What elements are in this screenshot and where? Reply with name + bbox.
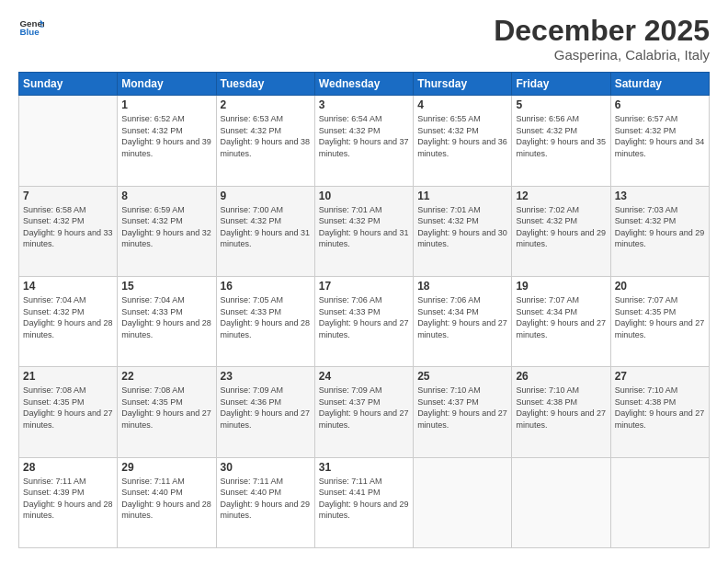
col-saturday: Saturday <box>610 73 709 96</box>
day-number: 22 <box>121 370 211 383</box>
day-number: 27 <box>615 370 705 383</box>
calendar-cell: 16 Sunrise: 7:05 AMSunset: 4:33 PMDaylig… <box>216 276 314 366</box>
col-wednesday: Wednesday <box>314 73 413 96</box>
day-info: Sunrise: 6:57 AMSunset: 4:32 PMDaylight:… <box>615 114 705 158</box>
day-number: 10 <box>319 190 409 202</box>
calendar-cell: 4 Sunrise: 6:55 AMSunset: 4:32 PMDayligh… <box>414 96 512 186</box>
calendar-cell: 9 Sunrise: 7:00 AMSunset: 4:32 PMDayligh… <box>216 186 314 276</box>
title-block: December 2025 Gasperina, Calabria, Italy <box>494 15 710 63</box>
day-number: 7 <box>23 190 113 202</box>
day-info: Sunrise: 7:11 AMSunset: 4:40 PMDaylight:… <box>221 477 311 521</box>
col-friday: Friday <box>512 73 610 96</box>
day-number: 4 <box>417 98 507 111</box>
calendar-cell: 11 Sunrise: 7:01 AMSunset: 4:32 PMDaylig… <box>414 186 512 276</box>
day-number: 3 <box>319 98 409 111</box>
day-number: 6 <box>615 98 705 111</box>
day-number: 1 <box>121 98 211 111</box>
calendar-cell: 15 Sunrise: 7:04 AMSunset: 4:33 PMDaylig… <box>118 276 216 366</box>
day-info: Sunrise: 7:00 AMSunset: 4:32 PMDaylight:… <box>221 205 311 249</box>
calendar-cell: 29 Sunrise: 7:11 AMSunset: 4:40 PMDaylig… <box>118 457 216 547</box>
calendar-cell: 3 Sunrise: 6:54 AMSunset: 4:32 PMDayligh… <box>314 96 413 186</box>
day-info: Sunrise: 6:55 AMSunset: 4:32 PMDaylight:… <box>417 114 507 158</box>
day-info: Sunrise: 6:59 AMSunset: 4:32 PMDaylight:… <box>121 205 211 249</box>
day-info: Sunrise: 7:02 AMSunset: 4:32 PMDaylight:… <box>516 205 606 249</box>
day-number: 14 <box>23 280 113 293</box>
day-number: 31 <box>319 461 409 474</box>
day-info: Sunrise: 6:58 AMSunset: 4:32 PMDaylight:… <box>23 205 113 249</box>
day-number: 20 <box>615 280 705 293</box>
day-info: Sunrise: 7:04 AMSunset: 4:32 PMDaylight:… <box>23 295 113 339</box>
day-number: 30 <box>221 461 311 474</box>
calendar-cell: 5 Sunrise: 6:56 AMSunset: 4:32 PMDayligh… <box>512 96 610 186</box>
day-info: Sunrise: 7:06 AMSunset: 4:33 PMDaylight:… <box>319 295 409 339</box>
calendar-cell: 25 Sunrise: 7:10 AMSunset: 4:37 PMDaylig… <box>414 367 512 457</box>
calendar-cell: 22 Sunrise: 7:08 AMSunset: 4:35 PMDaylig… <box>118 367 216 457</box>
logo: General Blue <box>18 15 44 40</box>
calendar-cell: 30 Sunrise: 7:11 AMSunset: 4:40 PMDaylig… <box>216 457 314 547</box>
day-info: Sunrise: 7:11 AMSunset: 4:40 PMDaylight:… <box>121 477 211 521</box>
day-info: Sunrise: 7:10 AMSunset: 4:37 PMDaylight:… <box>417 385 507 430</box>
day-number: 9 <box>221 190 311 202</box>
day-number: 26 <box>516 370 606 383</box>
calendar-cell: 18 Sunrise: 7:06 AMSunset: 4:34 PMDaylig… <box>414 276 512 366</box>
day-number: 23 <box>221 370 311 383</box>
calendar-table: Sunday Monday Tuesday Wednesday Thursday… <box>18 72 710 548</box>
day-info: Sunrise: 7:08 AMSunset: 4:35 PMDaylight:… <box>23 385 113 430</box>
page: General Blue December 2025 Gasperina, Ca… <box>0 0 728 563</box>
calendar-cell: 12 Sunrise: 7:02 AMSunset: 4:32 PMDaylig… <box>512 186 610 276</box>
calendar-cell <box>610 457 709 547</box>
calendar-cell: 21 Sunrise: 7:08 AMSunset: 4:35 PMDaylig… <box>19 367 118 457</box>
calendar-cell: 2 Sunrise: 6:53 AMSunset: 4:32 PMDayligh… <box>216 96 314 186</box>
col-sunday: Sunday <box>19 73 118 96</box>
day-info: Sunrise: 7:10 AMSunset: 4:38 PMDaylight:… <box>615 385 705 430</box>
calendar-cell: 1 Sunrise: 6:52 AMSunset: 4:32 PMDayligh… <box>118 96 216 186</box>
day-number: 24 <box>319 370 409 383</box>
calendar-cell: 24 Sunrise: 7:09 AMSunset: 4:37 PMDaylig… <box>314 367 413 457</box>
day-info: Sunrise: 6:56 AMSunset: 4:32 PMDaylight:… <box>516 114 606 158</box>
day-info: Sunrise: 7:06 AMSunset: 4:34 PMDaylight:… <box>417 295 507 339</box>
day-info: Sunrise: 7:08 AMSunset: 4:35 PMDaylight:… <box>121 385 211 430</box>
calendar-cell: 19 Sunrise: 7:07 AMSunset: 4:34 PMDaylig… <box>512 276 610 366</box>
day-number: 21 <box>23 370 113 383</box>
calendar-cell: 28 Sunrise: 7:11 AMSunset: 4:39 PMDaylig… <box>19 457 118 547</box>
day-info: Sunrise: 7:09 AMSunset: 4:37 PMDaylight:… <box>319 385 409 430</box>
calendar-week-1: 1 Sunrise: 6:52 AMSunset: 4:32 PMDayligh… <box>19 96 710 186</box>
day-info: Sunrise: 7:01 AMSunset: 4:32 PMDaylight:… <box>319 205 409 249</box>
day-info: Sunrise: 7:07 AMSunset: 4:34 PMDaylight:… <box>516 295 606 339</box>
col-monday: Monday <box>118 73 216 96</box>
day-number: 11 <box>417 190 507 202</box>
calendar-cell: 31 Sunrise: 7:11 AMSunset: 4:41 PMDaylig… <box>314 457 413 547</box>
day-info: Sunrise: 6:53 AMSunset: 4:32 PMDaylight:… <box>221 114 311 158</box>
calendar-cell <box>512 457 610 547</box>
calendar-cell: 10 Sunrise: 7:01 AMSunset: 4:32 PMDaylig… <box>314 186 413 276</box>
calendar-cell <box>414 457 512 547</box>
day-number: 25 <box>417 370 507 383</box>
col-tuesday: Tuesday <box>216 73 314 96</box>
day-info: Sunrise: 7:09 AMSunset: 4:36 PMDaylight:… <box>221 385 311 430</box>
calendar-cell: 17 Sunrise: 7:06 AMSunset: 4:33 PMDaylig… <box>314 276 413 366</box>
day-info: Sunrise: 7:05 AMSunset: 4:33 PMDaylight:… <box>221 295 311 339</box>
day-info: Sunrise: 7:11 AMSunset: 4:39 PMDaylight:… <box>23 477 113 521</box>
calendar-cell: 6 Sunrise: 6:57 AMSunset: 4:32 PMDayligh… <box>610 96 709 186</box>
month-title: December 2025 <box>494 15 710 47</box>
day-info: Sunrise: 7:11 AMSunset: 4:41 PMDaylight:… <box>319 477 409 521</box>
logo-icon: General Blue <box>18 15 44 40</box>
calendar-cell: 14 Sunrise: 7:04 AMSunset: 4:32 PMDaylig… <box>19 276 118 366</box>
day-number: 18 <box>417 280 507 293</box>
calendar-cell: 27 Sunrise: 7:10 AMSunset: 4:38 PMDaylig… <box>610 367 709 457</box>
day-info: Sunrise: 7:07 AMSunset: 4:35 PMDaylight:… <box>615 295 705 339</box>
location-subtitle: Gasperina, Calabria, Italy <box>494 47 710 63</box>
col-thursday: Thursday <box>414 73 512 96</box>
calendar-header-row: Sunday Monday Tuesday Wednesday Thursday… <box>19 73 710 96</box>
calendar-week-3: 14 Sunrise: 7:04 AMSunset: 4:32 PMDaylig… <box>19 276 710 366</box>
day-info: Sunrise: 6:54 AMSunset: 4:32 PMDaylight:… <box>319 114 409 158</box>
calendar-cell: 26 Sunrise: 7:10 AMSunset: 4:38 PMDaylig… <box>512 367 610 457</box>
day-number: 19 <box>516 280 606 293</box>
day-number: 12 <box>516 190 606 202</box>
calendar-cell: 7 Sunrise: 6:58 AMSunset: 4:32 PMDayligh… <box>19 186 118 276</box>
calendar-cell: 23 Sunrise: 7:09 AMSunset: 4:36 PMDaylig… <box>216 367 314 457</box>
day-number: 17 <box>319 280 409 293</box>
calendar-cell: 20 Sunrise: 7:07 AMSunset: 4:35 PMDaylig… <box>610 276 709 366</box>
day-info: Sunrise: 7:10 AMSunset: 4:38 PMDaylight:… <box>516 385 606 430</box>
calendar-cell: 8 Sunrise: 6:59 AMSunset: 4:32 PMDayligh… <box>118 186 216 276</box>
